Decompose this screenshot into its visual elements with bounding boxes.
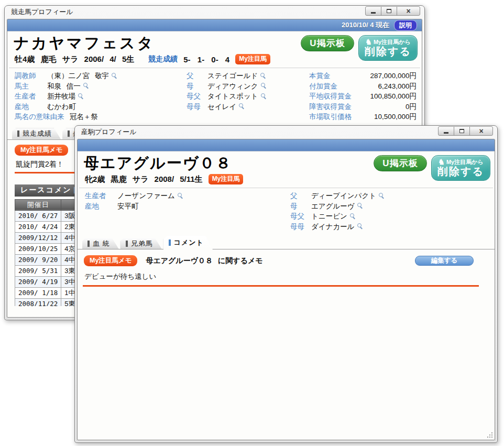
edit-memo-button[interactable]: 編集する [415,256,474,266]
info-bar [78,139,495,151]
my-horse-memo-badge: My注目馬メモ [84,255,137,266]
market-price-value: 10,500,000円 [374,112,417,122]
trainer-value: （東）二ノ宮 敬宇 [47,71,109,81]
dam-label: 母 [290,201,311,212]
tab-mark-icon [68,130,70,137]
horse-details: 牡4歳 鹿毛 サラ 2006/ 4/ 5生 [15,55,134,64]
name-origin-value: 冠名＋祭 [70,112,98,122]
search-icon[interactable] [177,193,183,199]
maximize-button[interactable] [454,126,470,136]
memo-underline [83,285,479,287]
owner-label: 馬主 [15,81,47,92]
minimize-button[interactable] [365,6,381,16]
minimize-icon [371,12,376,14]
window-title: 産駒プロフィール [81,127,137,137]
search-icon[interactable] [260,73,266,79]
record-value: 5- 1- 0- 4 [183,55,229,64]
prize-label: 本賞金 [309,71,331,81]
flat-earnings-value: 100,850,000円 [370,91,417,102]
jump-earnings-label: 障害収得賞金 [309,102,352,112]
dam-label: 母 [187,81,207,92]
maximize-icon [459,129,464,133]
bonus-label: 付加賞金 [309,81,337,92]
breeder-value: 新井牧場 [47,91,75,102]
window-titlebar[interactable]: 競走馬プロフィール × [5,6,424,18]
horse-header: 母エアグルーヴ０８ 牝2歳 黒鹿 サラ 2008/ 5/11生 My注目馬 U掲… [78,151,495,188]
maximize-icon [387,9,391,13]
damdam-label: 母母 [187,102,207,112]
window-controls: × [438,126,493,136]
record-label: 競走成績 [148,55,178,64]
horse-header: ナカヤマフェスタ 牡4歳 鹿毛 サラ 2006/ 4/ 5生 競走成績 5- 1… [7,31,422,68]
my-horse-badge: My注目馬 [209,174,244,184]
comment-tab-content: My注目馬メモ 母エアグルーヴ０８ に関するメモ 編集する デビューが待ち遠しい [78,249,495,287]
resize-grip[interactable] [486,431,492,438]
knight-icon: ♞ [438,158,445,166]
search-icon[interactable] [349,213,356,220]
profile-section: 生産者ノーザンファーム 産地安平町 父ディープインパクト 母エアグルーヴ 母父ト… [78,188,495,235]
tab-mark-icon [126,241,128,247]
bonus-value: 6,243,000円 [378,81,417,92]
remove-from-watchlist-button[interactable]: ♞My注目馬から 削除する [358,35,418,61]
search-icon[interactable] [260,93,267,100]
search-icon[interactable] [238,103,245,110]
bulletin-board-button[interactable]: U掲示板 [374,155,427,171]
damdam-value: セイレイ [207,102,236,112]
market-price-label: 市場取引価格 [309,112,352,122]
minimize-button[interactable] [438,126,454,136]
search-icon[interactable] [78,93,84,100]
close-button[interactable]: × [469,126,493,136]
search-icon[interactable] [357,223,363,230]
memo-title: 母エアグルーヴ０８ に関するメモ [146,256,262,266]
search-icon[interactable] [378,193,385,199]
tab-mark-icon [17,130,19,137]
tab-siblings[interactable]: 兄弟馬 [120,238,162,249]
window-title: 競走馬プロフィール [11,7,73,17]
birthplace-label: 産地 [15,102,47,112]
sire-label: 父 [290,191,311,201]
close-icon: × [479,128,483,134]
tab-pedigree[interactable]: 血 統 [82,238,119,249]
tab-bar: 血 統 兄弟馬 コメント [78,235,495,249]
horseshoe-icon: U掲示板 [310,37,345,49]
breeder-label: 生産者 [15,91,47,102]
bulletin-board-button[interactable]: U掲示板 [301,35,354,51]
birthplace-label: 産地 [85,201,117,212]
breeder-label: 生産者 [85,191,117,201]
name-origin-label: 馬名の意味由来 [15,112,64,122]
close-button[interactable]: × [397,6,420,16]
window-controls: × [365,6,420,16]
dam-value: エアグルーヴ [311,201,355,212]
remove-from-watchlist-button[interactable]: ♞My注目馬から 削除する [431,155,490,181]
search-icon[interactable] [260,83,267,89]
search-icon[interactable] [357,203,363,209]
tab-race-results[interactable]: 競走成績 [12,128,61,139]
dam-value: ディアウィンク [207,81,258,92]
tab-mark-icon [169,240,171,246]
maximize-button[interactable] [381,6,397,16]
info-bar: 2010/10/ 4 現在 説明 [7,19,422,31]
window-titlebar[interactable]: 産駒プロフィール × [75,126,497,138]
flat-earnings-label: 平地収得賞金 [309,91,352,102]
knight-icon: ♞ [365,38,372,46]
minimize-icon [444,132,448,134]
horse-details: 牝2歳 黒鹿 サラ 2008/ 5/11生 [85,175,203,184]
trainer-label: 調教師 [15,71,47,81]
window-content: 母エアグルーヴ０８ 牝2歳 黒鹿 サラ 2008/ 5/11生 My注目馬 U掲… [77,139,495,440]
tab-comment[interactable]: コメント [163,236,213,249]
birthplace-value: 安平町 [117,201,139,212]
my-horse-badge: My注目馬 [235,54,270,64]
birthplace-value: むかわ町 [47,102,76,112]
prize-value: 287,000,000円 [370,71,417,81]
my-horse-memo-badge: My注目馬メモ [15,145,68,156]
horse-name: ナカヤマフェスタ [14,33,270,53]
search-icon[interactable] [111,73,117,79]
current-date: 2010/10/ 4 現在 [342,20,389,30]
memo-text: デビューが待ち遠しい [78,266,495,285]
search-icon[interactable] [83,83,89,89]
jump-earnings-value: 0円 [406,102,417,112]
memo-underline [15,172,79,173]
damsire-value: トニービン [311,211,347,222]
help-button[interactable]: 説明 [394,20,417,31]
close-icon: × [406,8,410,14]
